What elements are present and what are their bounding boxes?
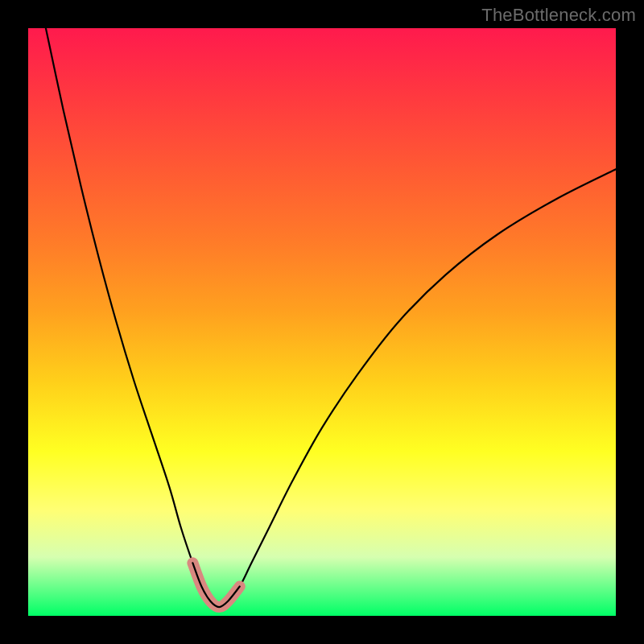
- curve-path: [46, 28, 616, 607]
- watermark-text: TheBottleneck.com: [481, 5, 636, 26]
- chart-frame: TheBottleneck.com: [0, 0, 644, 644]
- bottleneck-curve: [28, 28, 616, 616]
- marker-segment: [192, 563, 239, 607]
- plot-area: [28, 28, 616, 616]
